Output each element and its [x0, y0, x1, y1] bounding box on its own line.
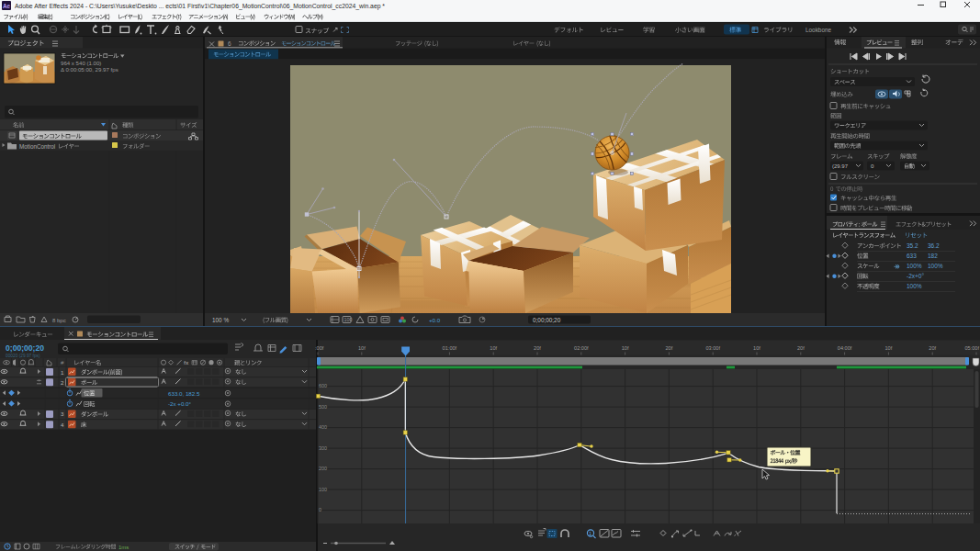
svg-text:04:00f: 04:00f	[838, 345, 852, 351]
svg-text:Ae: Ae	[3, 3, 11, 9]
svg-text:00020 (29.97 fps): 00020 (29.97 fps)	[6, 354, 40, 358]
svg-text:(29.97: (29.97	[832, 163, 849, 169]
svg-text:3: 3	[61, 410, 64, 417]
svg-text:1: 1	[61, 369, 64, 376]
svg-text:02:00f: 02:00f	[574, 345, 589, 351]
svg-text:10f: 10f	[490, 345, 497, 351]
svg-text:20f: 20f	[666, 345, 673, 351]
svg-text:20f: 20f	[797, 345, 805, 351]
svg-text:0: 0	[871, 163, 874, 169]
svg-text:633: 633	[907, 253, 917, 259]
svg-text:0: 0	[319, 507, 321, 512]
svg-text:0;00;00;20: 0;00;00;20	[533, 317, 561, 323]
svg-text:10f: 10f	[885, 345, 893, 351]
svg-text:0;00;00;20: 0;00;00;20	[6, 343, 44, 353]
svg-text:100 %: 100 %	[212, 317, 229, 323]
svg-text:100: 100	[344, 317, 353, 322]
svg-text:600: 600	[319, 383, 327, 388]
svg-text:Δ 0:00:05:00, 29.97 fps: Δ 0:00:05:00, 29.97 fps	[61, 66, 118, 73]
svg-text:182: 182	[928, 253, 938, 259]
svg-text:200: 200	[319, 466, 327, 471]
svg-text:20f: 20f	[929, 345, 936, 351]
svg-text:100%: 100%	[928, 263, 943, 269]
svg-text::00f: :00f	[315, 345, 324, 351]
svg-text:-2x+0°: -2x+0°	[907, 273, 924, 279]
svg-text:100%: 100%	[907, 263, 922, 269]
svg-text:Lookbone: Lookbone	[805, 27, 832, 33]
svg-text:10f: 10f	[622, 345, 629, 351]
svg-text:01:00f: 01:00f	[443, 345, 457, 351]
svg-text:100: 100	[319, 487, 327, 492]
svg-text:03:00f: 03:00f	[705, 345, 720, 351]
svg-text:400: 400	[319, 424, 327, 430]
svg-text:100%: 100%	[907, 283, 922, 289]
svg-text:10f: 10f	[753, 345, 760, 351]
svg-text:+0.0: +0.0	[429, 317, 441, 323]
svg-text:633.0, 182.5: 633.0, 182.5	[168, 390, 200, 397]
svg-text:964 x 540 (1.00): 964 x 540 (1.00)	[61, 60, 101, 66]
svg-text:05:00f: 05:00f	[964, 345, 979, 351]
svg-text:20f: 20f	[534, 345, 541, 351]
svg-text:4: 4	[61, 422, 64, 428]
svg-text:1: 1	[589, 531, 591, 536]
svg-text:8 bpc: 8 bpc	[52, 318, 66, 323]
svg-text:35.2: 35.2	[907, 242, 918, 249]
svg-text:-2x +0.0°: -2x +0.0°	[168, 400, 192, 407]
svg-text:#: #	[61, 359, 64, 365]
svg-text:300: 300	[319, 445, 327, 451]
svg-text:fx: fx	[184, 360, 189, 365]
svg-text:2: 2	[61, 379, 64, 386]
svg-text:6: 6	[228, 40, 231, 47]
svg-text:36.2: 36.2	[928, 242, 940, 249]
svg-text:1ms: 1ms	[118, 545, 129, 550]
svg-text:500: 500	[319, 404, 327, 410]
svg-text:10f: 10f	[358, 345, 366, 351]
svg-text:Adobe After Effects 2024 - C:\: Adobe After Effects 2024 - C:\Users\Yusu…	[15, 3, 385, 10]
svg-text:MotionControl: MotionControl	[19, 143, 55, 150]
